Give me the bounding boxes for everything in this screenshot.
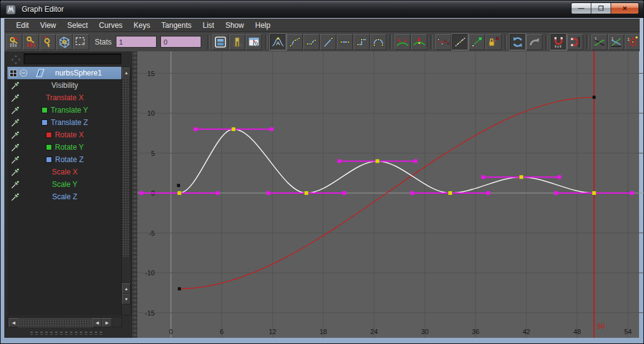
pin-icon[interactable] — [11, 93, 20, 103]
spline-tangent-icon[interactable] — [287, 34, 303, 50]
lattice-deform-keys-icon[interactable] — [56, 34, 72, 50]
tangent-handle-end[interactable] — [337, 159, 341, 163]
pin-icon[interactable] — [11, 142, 20, 152]
lock-tangent-icon[interactable] — [469, 34, 485, 50]
post-infinity-cycle-icon[interactable] — [526, 34, 542, 50]
key[interactable] — [593, 96, 596, 99]
channel-rotate-x[interactable]: Rotate X — [7, 129, 122, 141]
animation-curves-canvas[interactable]: 061218243036424854-15-10-505101550 — [137, 51, 644, 338]
stats-frame-field[interactable] — [116, 36, 157, 48]
tangent-handle-end[interactable] — [414, 159, 417, 163]
free-tangent-weight-icon[interactable] — [435, 34, 451, 50]
channel-scale-y[interactable]: Scale Y — [7, 178, 122, 191]
pre-infinity-cycle-icon[interactable] — [510, 34, 526, 50]
value-snap-icon[interactable] — [567, 34, 583, 50]
step-tangent-icon[interactable] — [354, 34, 370, 50]
tangent-handle-end[interactable] — [194, 127, 198, 131]
selected-key[interactable] — [305, 191, 308, 195]
expand-icon[interactable] — [9, 69, 17, 77]
pan-tool-icon[interactable] — [10, 54, 22, 66]
menu-keys[interactable]: Keys — [128, 19, 156, 32]
pin-icon[interactable] — [11, 118, 20, 127]
scroll-thumb[interactable] — [123, 77, 129, 257]
collapse-circle-icon[interactable] — [19, 69, 28, 77]
pin-icon[interactable] — [11, 167, 20, 177]
denormalize-icon[interactable]: 1 — [625, 34, 640, 50]
panel-resize-grip[interactable] — [29, 331, 103, 335]
channel-scale-z[interactable]: Scale Z — [7, 191, 122, 203]
selected-key[interactable] — [592, 191, 596, 195]
minimize-button[interactable]: — — [572, 3, 591, 14]
tangent-handle-end[interactable] — [411, 191, 414, 195]
channel-search-input[interactable] — [24, 53, 121, 64]
channel-translate-y[interactable]: Translate Y — [7, 104, 122, 116]
lock-tangent-weight-icon[interactable] — [452, 34, 468, 50]
channel-translate-z[interactable]: Translate Z — [7, 116, 122, 129]
scroll-thumb[interactable] — [18, 318, 103, 327]
key[interactable] — [178, 287, 181, 290]
tangent-handle-end[interactable] — [557, 175, 561, 179]
stacked-view-icon[interactable]: 1 — [591, 34, 607, 50]
channel-rotate-z[interactable]: Rotate Z — [7, 153, 122, 166]
close-button[interactable]: ✕ — [611, 3, 638, 14]
key[interactable] — [177, 184, 180, 187]
unify-tangents-icon[interactable] — [411, 34, 427, 50]
menu-show[interactable]: Show — [220, 19, 250, 32]
panel-horizontal-scrollbar[interactable]: ◀ ◀ ▶ — [7, 317, 122, 327]
flat-tangent-icon[interactable] — [337, 34, 353, 50]
menu-help[interactable]: Help — [250, 19, 276, 32]
histogram-icon[interactable] — [229, 34, 245, 50]
tangent-handle-end[interactable] — [487, 191, 490, 195]
pin-icon[interactable] — [11, 179, 20, 189]
menu-tangents[interactable]: Tangents — [156, 19, 198, 32]
stats-value-field[interactable] — [160, 36, 201, 48]
selected-key[interactable] — [520, 175, 523, 179]
clamped-tangent-icon[interactable] — [303, 34, 320, 50]
selected-key[interactable] — [375, 159, 379, 163]
pin-icon[interactable] — [11, 155, 20, 165]
break-tangents-icon[interactable] — [394, 34, 411, 50]
normalized-view-icon[interactable]: 1 — [608, 34, 624, 50]
channel-scale-x[interactable]: Scale X — [7, 166, 122, 178]
menu-edit[interactable]: Edit — [11, 19, 35, 32]
pin-icon[interactable] — [11, 192, 20, 202]
lock-key-icon[interactable] — [485, 34, 502, 50]
scroll-up-button[interactable]: ▲ — [122, 67, 131, 78]
menu-view[interactable]: View — [35, 19, 62, 32]
selected-key[interactable] — [232, 127, 235, 131]
pin-icon[interactable] — [11, 80, 20, 90]
panel-vertical-scrollbar[interactable]: ▲ ▲ ▼ — [121, 67, 131, 316]
tree-root-nurbssphere1[interactable]: nurbsSphere1 — [7, 67, 122, 79]
tangent-handle-end[interactable] — [215, 191, 219, 195]
tangent-handle-end[interactable] — [342, 191, 346, 195]
menu-curves[interactable]: Curves — [94, 19, 128, 32]
add-keys-icon[interactable] — [40, 34, 56, 50]
plateau-tangent-icon[interactable] — [370, 34, 386, 50]
tangent-handle-end[interactable] — [139, 191, 143, 195]
tangent-handle-end[interactable] — [266, 191, 270, 195]
title-bar[interactable]: Graph Editor — ❐ ✕ — [1, 1, 643, 18]
pin-icon[interactable] — [11, 130, 20, 140]
move-nearest-key-icon[interactable] — [6, 34, 22, 50]
tangent-handle-end[interactable] — [630, 191, 634, 195]
region-select-icon[interactable] — [73, 34, 89, 50]
scroll-down-button[interactable]: ▼ — [122, 294, 131, 304]
selected-key[interactable] — [178, 191, 181, 195]
frame-all-icon[interactable] — [212, 34, 228, 50]
channel-visibility[interactable]: Visibility — [7, 79, 122, 92]
scroll-left-button[interactable]: ◀ — [92, 318, 102, 327]
graph-view[interactable]: 061218243036424854-15-10-505101550 — [137, 51, 639, 338]
pin-icon[interactable] — [11, 105, 20, 115]
channel-rotate-y[interactable]: Rotate Y — [7, 141, 122, 153]
scroll-up-button[interactable]: ▲ — [122, 283, 131, 294]
insert-keys-icon[interactable] — [23, 34, 39, 50]
tangent-handle-end[interactable] — [554, 191, 558, 195]
auto-tangent-icon[interactable]: A — [270, 34, 286, 50]
channel-translate-x[interactable]: Translate X — [7, 92, 122, 104]
tangent-handle-end[interactable] — [270, 127, 274, 131]
time-window-icon[interactable] — [246, 34, 262, 50]
scroll-left-button[interactable]: ◀ — [9, 318, 19, 327]
time-snap-icon[interactable] — [550, 34, 567, 50]
tangent-handle-end[interactable] — [481, 175, 485, 179]
maximize-button[interactable]: ❐ — [591, 3, 611, 14]
